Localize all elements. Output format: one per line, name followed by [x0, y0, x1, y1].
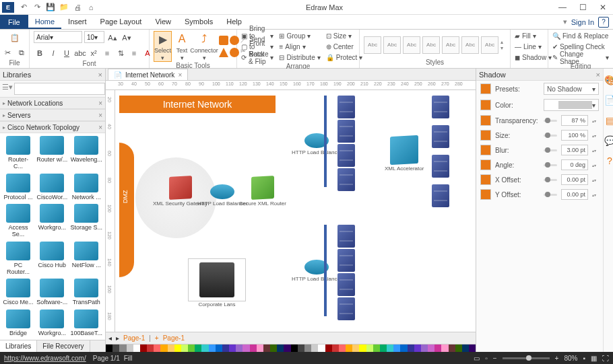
close-shadow-icon[interactable]: ×: [596, 71, 600, 79]
style-preset-1[interactable]: Abc: [364, 36, 381, 54]
change-shape-button[interactable]: ✎ Change Shape ▾: [552, 52, 609, 63]
blur-slider[interactable]: [544, 149, 557, 151]
paste-button[interactable]: 📋: [9, 31, 21, 44]
document-tab[interactable]: 📄 Internet Network ×: [108, 69, 188, 80]
server-stack-4[interactable]: [337, 225, 355, 248]
library-shape-0[interactable]: Router- C...: [3, 136, 34, 171]
library-shape-9[interactable]: PC Router...: [3, 242, 34, 277]
tab-page-layout[interactable]: Page Layout: [94, 15, 149, 29]
group-button[interactable]: ⊞ Group ▾: [279, 31, 320, 41]
layers-icon[interactable]: ▤: [604, 114, 613, 126]
shadow-color-select[interactable]: ▾: [544, 99, 599, 111]
xoffset-slider[interactable]: [544, 179, 557, 181]
size-spinner[interactable]: ▴▾: [592, 133, 599, 138]
maximize-button[interactable]: ☐: [573, 0, 593, 15]
bus-bar-1[interactable]: [324, 96, 327, 187]
library-menu-icon[interactable]: ☰▾: [2, 83, 13, 95]
sign-in-link[interactable]: Sign In: [571, 18, 594, 26]
size-button[interactable]: ⊡ Size ▾: [326, 31, 363, 41]
library-shape-1[interactable]: Router w/...: [36, 136, 67, 171]
bullets-button[interactable]: ≡: [101, 46, 113, 60]
zoom-value[interactable]: 80%: [564, 355, 577, 362]
server-stack-1[interactable]: [337, 120, 355, 143]
text-tool[interactable]: AText▾: [174, 32, 189, 61]
print-button[interactable]: 🖨: [72, 2, 83, 13]
server-stack-2[interactable]: [337, 144, 355, 167]
distribute-button[interactable]: ⊟ Distribute ▾: [279, 52, 320, 63]
library-shape-7[interactable]: Workgro...: [36, 204, 67, 239]
dmz-label[interactable]: DMZ: [119, 143, 134, 277]
redo-button[interactable]: ↷: [32, 2, 42, 13]
grow-font-button[interactable]: A▴: [106, 31, 119, 44]
page-icon[interactable]: 📄: [604, 94, 613, 106]
diagram-title-banner[interactable]: Internet Network: [119, 96, 276, 113]
xoffset-spinner[interactable]: ▴▾: [592, 178, 599, 182]
undo-button[interactable]: ↶: [18, 2, 29, 13]
library-shape-12[interactable]: Cisco Me...: [3, 279, 34, 307]
rotate-flip-button[interactable]: ⟳ Rotate & Flip ▾: [241, 52, 273, 63]
libraries-tab[interactable]: Libraries: [0, 340, 37, 352]
strike-button[interactable]: abc: [74, 46, 86, 60]
library-shape-4[interactable]: CiscoWor...: [36, 174, 67, 202]
library-search-input[interactable]: [14, 83, 105, 95]
page-1-tab[interactable]: Page-1: [123, 334, 145, 342]
superscript-button[interactable]: x²: [88, 46, 100, 60]
server-stack-3[interactable]: [337, 168, 355, 191]
close-button[interactable]: ✕: [593, 0, 613, 15]
shape-triangle-icon[interactable]: [219, 48, 228, 57]
shadow-preset-swatch[interactable]: [480, 83, 491, 94]
server-stack-11[interactable]: [432, 184, 449, 207]
cut-button[interactable]: ✂: [2, 46, 14, 59]
fit-page-icon[interactable]: ▫: [485, 355, 488, 362]
help-side-icon[interactable]: ?: [604, 155, 613, 167]
category-network-locations[interactable]: ▸Network Locations×: [0, 97, 105, 109]
library-shape-13[interactable]: Software-...: [36, 279, 67, 307]
size-value[interactable]: 100 %: [561, 130, 588, 141]
tab-home[interactable]: Home: [28, 15, 61, 29]
add-page-icon[interactable]: +: [155, 334, 159, 342]
angle-slider[interactable]: [544, 164, 557, 166]
bold-button[interactable]: B: [34, 46, 46, 60]
comments-icon[interactable]: 💬: [604, 135, 613, 147]
library-shape-10[interactable]: Cisco Hub: [36, 242, 67, 277]
server-stack-8[interactable]: [432, 96, 449, 118]
style-preset-3[interactable]: Abc: [403, 36, 420, 54]
tab-help[interactable]: Help: [220, 15, 249, 29]
collapse-ribbon-icon[interactable]: ▾: [563, 17, 567, 26]
corporate-lans-node[interactable]: [188, 258, 246, 301]
style-preset-2[interactable]: Abc: [383, 36, 401, 54]
http-lb-node-1[interactable]: [210, 184, 234, 199]
color-palette-strip[interactable]: [106, 344, 476, 352]
line-button[interactable]: — Line ▾: [515, 42, 542, 52]
open-button[interactable]: 📁: [59, 2, 69, 13]
server-stack-5[interactable]: [337, 249, 355, 272]
yoffset-spinner[interactable]: ▴▾: [592, 192, 599, 197]
close-doc-icon[interactable]: ×: [178, 71, 182, 79]
close-libraries-icon[interactable]: ×: [98, 71, 102, 79]
library-shape-15[interactable]: Bridge: [3, 310, 34, 338]
library-shape-3[interactable]: Protocol ...: [3, 174, 34, 202]
shrink-font-button[interactable]: A▾: [121, 31, 133, 44]
view-mode-2-icon[interactable]: ▦: [591, 355, 597, 362]
drawing-canvas[interactable]: Internet Network DMZ XML Security Gatewa…: [115, 90, 476, 332]
style-preset-5[interactable]: Abc: [442, 36, 459, 54]
angle-value[interactable]: 0 deg: [561, 159, 588, 170]
zoom-slider[interactable]: [503, 357, 550, 359]
minimize-button[interactable]: —: [552, 0, 573, 15]
fill-button[interactable]: ▰ Fill ▾: [515, 31, 536, 41]
shape-rect-icon[interactable]: [219, 36, 228, 45]
library-shape-17[interactable]: 100BaseT...: [70, 310, 102, 338]
blur-spinner[interactable]: ▴▾: [592, 148, 599, 153]
server-stack-7[interactable]: [337, 297, 355, 320]
transparency-spinner[interactable]: ▴▾: [592, 118, 599, 123]
angle-spinner[interactable]: ▴▾: [592, 163, 599, 168]
fit-width-icon[interactable]: ▭: [474, 355, 480, 362]
blur-value[interactable]: 3.00 pt: [561, 145, 588, 155]
shadow-opt-button[interactable]: ◼ Shadow ▾: [515, 52, 552, 63]
xml-accelerator-node[interactable]: [390, 135, 418, 165]
xoffset-value[interactable]: 0.00 pt: [561, 174, 588, 185]
save-button[interactable]: 💾: [45, 2, 56, 13]
xml-security-gateway-node[interactable]: [169, 176, 192, 200]
zoom-in-icon[interactable]: +: [555, 355, 559, 362]
view-mode-1-icon[interactable]: ▪: [583, 355, 585, 362]
